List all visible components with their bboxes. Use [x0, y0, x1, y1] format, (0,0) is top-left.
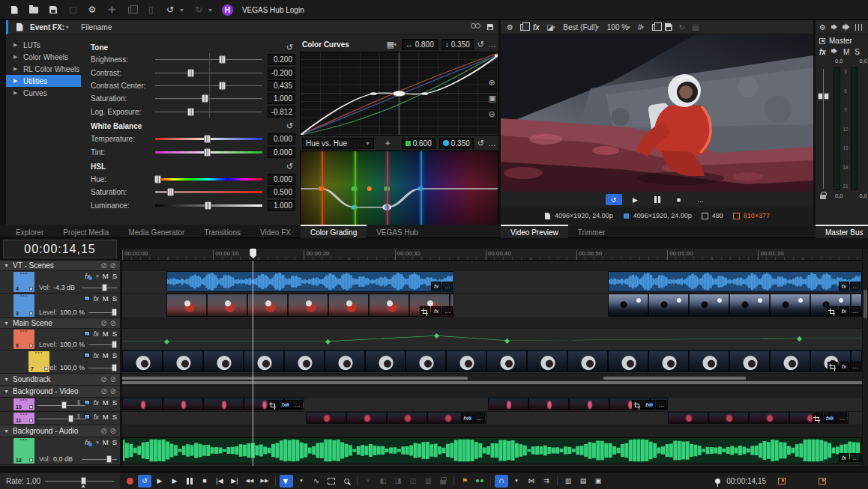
preview-settings-icon[interactable]: ⚙ [507, 23, 513, 31]
curves-reset-icon[interactable]: ↺ [477, 40, 484, 49]
event-fx-icon[interactable]: fx [431, 306, 441, 315]
bypass-fx-icon[interactable] [471, 23, 480, 28]
track-header-10[interactable]: •••10‖fxMS [0, 398, 120, 412]
track-solo-button[interactable]: S [112, 329, 117, 338]
contrast-center-value[interactable]: 0.435 [268, 80, 295, 91]
timeline-event[interactable]: fx… [166, 294, 454, 317]
tab-vegas-hub[interactable]: VEGAS Hub [367, 225, 428, 238]
track-solo-button[interactable]: S [112, 438, 117, 446]
trim-start-button[interactable]: ◧ [376, 475, 390, 488]
track-control-value[interactable]: 100,0 % [60, 309, 85, 316]
preview-stop-button[interactable]: ■ [671, 194, 687, 205]
hue-vs-hue-graph[interactable] [300, 151, 498, 228]
saturation-slider[interactable] [155, 187, 262, 197]
crop-icon[interactable] [420, 306, 430, 315]
zoom-in-icon[interactable]: ⊕ [489, 78, 496, 88]
delete-button[interactable]: × [361, 475, 375, 488]
event-more-icon[interactable]: … [442, 306, 453, 315]
timeline-lanes[interactable]: fx…fx…fx…fx…fx…fx…fx…fx…fx…fx… [122, 261, 862, 466]
track-lane[interactable]: fx…fx… [122, 398, 862, 412]
sidebar-item-luts[interactable]: ▶LUTs [6, 39, 81, 51]
timeline-event[interactable]: fx… [608, 294, 862, 317]
timeline-event[interactable]: fx… [488, 398, 669, 410]
track-fx-button[interactable]: fx [85, 273, 92, 280]
track-lane[interactable]: fx… [122, 350, 862, 374]
track-slider[interactable] [88, 309, 117, 316]
record-button[interactable] [123, 475, 136, 488]
playhead-marker[interactable] [250, 249, 256, 258]
hue-slider[interactable] [155, 174, 262, 184]
group-bypass-video-icon[interactable]: ⊘ [100, 427, 106, 435]
track-group-background-audio[interactable]: ▼Background - Audio⊘⊘ [0, 425, 120, 437]
event-fx-icon[interactable]: fx [839, 362, 849, 371]
track-fx-button[interactable]: fx [94, 352, 99, 359]
curves-horizontal-value[interactable]: ↔0.800 [402, 39, 438, 50]
crop-icon[interactable] [828, 306, 838, 315]
sidebar-item-curves[interactable]: ▶Curves [6, 87, 81, 99]
preview-zoom-select[interactable]: 100 %▼ [607, 23, 631, 31]
automation-dropdown-icon[interactable]: ▾ [96, 273, 99, 279]
fast-forward-button[interactable]: ▶▶ [258, 475, 271, 488]
timeline-event[interactable]: fx… [608, 271, 862, 292]
track-solo-button[interactable]: S [112, 294, 117, 303]
play-from-start-button[interactable]: ▶ [153, 475, 166, 488]
master-fader-track[interactable] [823, 69, 824, 189]
tab-explorer[interactable]: Explorer [6, 225, 53, 238]
tab-transitions[interactable]: Transitions [194, 225, 250, 238]
cursor-timecode[interactable]: 00:00:14,15 [726, 477, 766, 485]
collapsed-track-bar[interactable] [122, 381, 862, 384]
track-color-chip[interactable]: •••13 [13, 438, 34, 464]
brightness-slider[interactable] [155, 55, 262, 64]
group-bypass-video-icon[interactable]: ⊘ [100, 387, 106, 395]
save-snapshot-icon[interactable] [665, 23, 672, 31]
master-fader-handle[interactable] [818, 93, 829, 100]
track-color-chip[interactable]: •••6 [13, 329, 34, 349]
tab-video-fx[interactable]: Video FX [250, 225, 301, 238]
event-more-icon[interactable]: … [656, 400, 666, 409]
track-slider[interactable] [37, 401, 85, 409]
luminance-slider[interactable] [155, 201, 262, 210]
stop-button[interactable]: ■ [198, 475, 211, 488]
insert-marker-button[interactable]: ⚑ [458, 475, 471, 488]
group-bypass-audio-icon[interactable]: ⊘ [110, 427, 116, 435]
redo-dropdown-icon[interactable]: ▼ [208, 7, 213, 13]
track-lane[interactable]: fx…fx… [122, 294, 862, 318]
slider-handle[interactable] [219, 55, 226, 64]
preview-loop-button[interactable]: ↺ [606, 194, 622, 205]
rewind-button[interactable]: ◀◀ [243, 475, 256, 488]
collapse-icon[interactable]: ▼ [4, 389, 9, 394]
audio-output-button[interactable]: ▣ [591, 475, 605, 488]
crop-icon[interactable] [632, 400, 642, 409]
event-more-icon[interactable]: … [837, 413, 847, 422]
event-fx-icon[interactable]: fx [839, 282, 849, 291]
event-fx-icon[interactable]: fx [824, 413, 836, 422]
track-group-main-scene[interactable]: ▼Main Scene⊘⊘ [0, 318, 120, 329]
curves-vertical-value[interactable]: ↕0.350 [441, 39, 474, 50]
hue-green-value[interactable]: 0.600 [402, 138, 435, 149]
undo-dropdown-icon[interactable]: ▼ [179, 7, 184, 13]
track-slider[interactable] [82, 284, 117, 291]
timeline-event[interactable]: fx… [122, 398, 304, 410]
track-control-value[interactable]: 0,0 dB [53, 455, 79, 463]
slider-handle[interactable] [202, 94, 208, 103]
contrast-center-slider[interactable] [155, 81, 262, 91]
master-speaker-icon[interactable] [831, 48, 838, 54]
reset-icon[interactable]: ↺ [286, 121, 293, 131]
timeline-event[interactable]: fx… [306, 412, 486, 424]
track-fx-button[interactable]: fx [94, 295, 99, 303]
paste-icon[interactable]: ▯ [145, 4, 156, 16]
collapse-icon[interactable]: ▼ [4, 428, 9, 434]
redo-icon[interactable]: ↻ [193, 4, 204, 16]
temperature-slider[interactable] [155, 134, 262, 144]
track-slider[interactable] [88, 341, 117, 348]
compositing-mode-icon[interactable] [84, 353, 90, 358]
play-button[interactable]: ▶ [168, 475, 181, 488]
track-solo-button[interactable]: S [112, 272, 117, 280]
reset-icon[interactable]: ↺ [286, 43, 293, 52]
event-fx-icon[interactable]: fx [461, 413, 473, 422]
hue-more-icon[interactable]: … [488, 139, 496, 148]
slider-handle[interactable] [204, 148, 211, 157]
event-more-icon[interactable]: … [474, 413, 485, 422]
slider-handle[interactable] [205, 201, 211, 210]
enable-snapping-button[interactable]: ∩ [495, 475, 508, 488]
